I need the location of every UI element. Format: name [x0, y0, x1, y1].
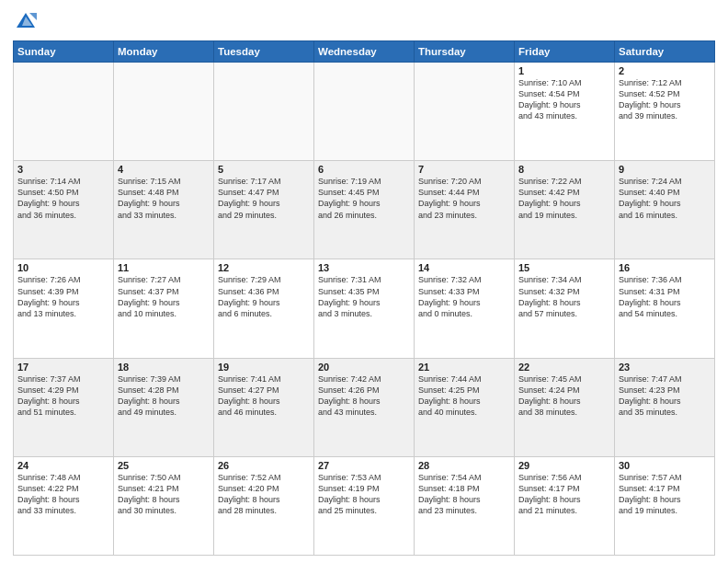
calendar-day-cell: 26Sunrise: 7:52 AM Sunset: 4:20 PM Dayli…: [214, 456, 314, 555]
day-info: Sunrise: 7:20 AM Sunset: 4:44 PM Dayligh…: [418, 176, 510, 221]
day-info: Sunrise: 7:54 AM Sunset: 4:18 PM Dayligh…: [418, 472, 510, 517]
calendar-day-cell: [114, 63, 214, 161]
calendar-day-header: Saturday: [615, 41, 715, 63]
calendar-day-header: Sunday: [14, 41, 114, 63]
day-number: 7: [418, 164, 510, 175]
day-number: 10: [17, 262, 109, 273]
calendar-day-cell: 13Sunrise: 7:31 AM Sunset: 4:35 PM Dayli…: [314, 259, 415, 358]
calendar-day-cell: 20Sunrise: 7:42 AM Sunset: 4:26 PM Dayli…: [314, 358, 415, 456]
calendar-day-cell: 15Sunrise: 7:34 AM Sunset: 4:32 PM Dayli…: [515, 259, 615, 358]
day-info: Sunrise: 7:37 AM Sunset: 4:29 PM Dayligh…: [17, 373, 109, 419]
day-info: Sunrise: 7:45 AM Sunset: 4:24 PM Dayligh…: [518, 373, 610, 419]
day-number: 22: [518, 362, 610, 373]
day-number: 25: [118, 460, 210, 471]
day-number: 13: [318, 262, 410, 273]
calendar-day-cell: 16Sunrise: 7:36 AM Sunset: 4:31 PM Dayli…: [615, 259, 715, 358]
calendar-week-row: 24Sunrise: 7:48 AM Sunset: 4:22 PM Dayli…: [14, 456, 715, 555]
day-info: Sunrise: 7:53 AM Sunset: 4:19 PM Dayligh…: [318, 472, 410, 517]
calendar-day-cell: 8Sunrise: 7:22 AM Sunset: 4:42 PM Daylig…: [515, 161, 615, 259]
day-number: 26: [218, 460, 310, 471]
day-info: Sunrise: 7:15 AM Sunset: 4:48 PM Dayligh…: [118, 176, 210, 221]
calendar-day-cell: 25Sunrise: 7:50 AM Sunset: 4:21 PM Dayli…: [114, 456, 214, 555]
day-number: 1: [518, 65, 610, 76]
day-number: 17: [17, 362, 109, 373]
day-number: 30: [619, 460, 711, 471]
calendar-day-header: Friday: [515, 41, 615, 63]
calendar-day-cell: 7Sunrise: 7:20 AM Sunset: 4:44 PM Daylig…: [415, 161, 515, 259]
day-info: Sunrise: 7:19 AM Sunset: 4:45 PM Dayligh…: [318, 176, 410, 221]
calendar-day-cell: [415, 63, 515, 161]
day-number: 19: [218, 362, 310, 373]
calendar-day-cell: 17Sunrise: 7:37 AM Sunset: 4:29 PM Dayli…: [14, 358, 114, 456]
day-info: Sunrise: 7:29 AM Sunset: 4:36 PM Dayligh…: [218, 274, 310, 319]
day-number: 14: [418, 262, 510, 273]
calendar-day-cell: 22Sunrise: 7:45 AM Sunset: 4:24 PM Dayli…: [515, 358, 615, 456]
calendar-day-cell: 10Sunrise: 7:26 AM Sunset: 4:39 PM Dayli…: [14, 259, 114, 358]
day-info: Sunrise: 7:48 AM Sunset: 4:22 PM Dayligh…: [17, 472, 109, 517]
day-number: 3: [17, 164, 109, 175]
calendar-day-cell: 14Sunrise: 7:32 AM Sunset: 4:33 PM Dayli…: [415, 259, 515, 358]
day-number: 16: [619, 262, 711, 273]
day-info: Sunrise: 7:56 AM Sunset: 4:17 PM Dayligh…: [518, 472, 610, 517]
calendar-week-row: 3Sunrise: 7:14 AM Sunset: 4:50 PM Daylig…: [14, 161, 715, 259]
day-info: Sunrise: 7:10 AM Sunset: 4:54 PM Dayligh…: [518, 77, 610, 122]
calendar-day-cell: 27Sunrise: 7:53 AM Sunset: 4:19 PM Dayli…: [314, 456, 415, 555]
calendar-day-cell: 28Sunrise: 7:54 AM Sunset: 4:18 PM Dayli…: [415, 456, 515, 555]
calendar-table: SundayMondayTuesdayWednesdayThursdayFrid…: [13, 40, 715, 556]
calendar-day-cell: 1Sunrise: 7:10 AM Sunset: 4:54 PM Daylig…: [515, 63, 615, 161]
day-number: 6: [318, 164, 410, 175]
calendar-day-cell: [214, 63, 314, 161]
calendar-day-cell: 4Sunrise: 7:15 AM Sunset: 4:48 PM Daylig…: [114, 161, 214, 259]
day-number: 15: [518, 262, 610, 273]
day-number: 5: [218, 164, 310, 175]
calendar-day-cell: 29Sunrise: 7:56 AM Sunset: 4:17 PM Dayli…: [515, 456, 615, 555]
calendar-day-cell: 6Sunrise: 7:19 AM Sunset: 4:45 PM Daylig…: [314, 161, 415, 259]
calendar-week-row: 17Sunrise: 7:37 AM Sunset: 4:29 PM Dayli…: [14, 358, 715, 456]
day-info: Sunrise: 7:52 AM Sunset: 4:20 PM Dayligh…: [218, 472, 310, 517]
calendar-day-cell: 12Sunrise: 7:29 AM Sunset: 4:36 PM Dayli…: [214, 259, 314, 358]
day-number: 4: [118, 164, 210, 175]
header: [13, 9, 715, 35]
day-info: Sunrise: 7:17 AM Sunset: 4:47 PM Dayligh…: [218, 176, 310, 221]
day-info: Sunrise: 7:39 AM Sunset: 4:28 PM Dayligh…: [118, 373, 210, 419]
day-info: Sunrise: 7:42 AM Sunset: 4:26 PM Dayligh…: [318, 373, 410, 419]
calendar-day-cell: [14, 63, 114, 161]
calendar-day-cell: 5Sunrise: 7:17 AM Sunset: 4:47 PM Daylig…: [214, 161, 314, 259]
day-number: 20: [318, 362, 410, 373]
logo: [13, 9, 42, 35]
calendar-day-cell: 21Sunrise: 7:44 AM Sunset: 4:25 PM Dayli…: [415, 358, 515, 456]
calendar-day-cell: 3Sunrise: 7:14 AM Sunset: 4:50 PM Daylig…: [14, 161, 114, 259]
day-info: Sunrise: 7:22 AM Sunset: 4:42 PM Dayligh…: [518, 176, 610, 221]
calendar-day-cell: 30Sunrise: 7:57 AM Sunset: 4:17 PM Dayli…: [615, 456, 715, 555]
day-info: Sunrise: 7:41 AM Sunset: 4:27 PM Dayligh…: [218, 373, 310, 419]
day-info: Sunrise: 7:34 AM Sunset: 4:32 PM Dayligh…: [518, 274, 610, 319]
day-number: 12: [218, 262, 310, 273]
calendar-day-header: Monday: [114, 41, 214, 63]
day-info: Sunrise: 7:24 AM Sunset: 4:40 PM Dayligh…: [619, 176, 711, 221]
calendar-day-header: Tuesday: [214, 41, 314, 63]
day-info: Sunrise: 7:14 AM Sunset: 4:50 PM Dayligh…: [17, 176, 109, 221]
day-number: 27: [318, 460, 410, 471]
day-number: 8: [518, 164, 610, 175]
calendar-day-cell: 18Sunrise: 7:39 AM Sunset: 4:28 PM Dayli…: [114, 358, 214, 456]
day-number: 23: [619, 362, 711, 373]
day-number: 11: [118, 262, 210, 273]
day-info: Sunrise: 7:36 AM Sunset: 4:31 PM Dayligh…: [619, 274, 711, 319]
calendar-week-row: 1Sunrise: 7:10 AM Sunset: 4:54 PM Daylig…: [14, 63, 715, 161]
calendar-day-header: Thursday: [415, 41, 515, 63]
day-info: Sunrise: 7:27 AM Sunset: 4:37 PM Dayligh…: [118, 274, 210, 319]
calendar-day-header: Wednesday: [314, 41, 415, 63]
day-number: 24: [17, 460, 109, 471]
calendar-day-cell: 24Sunrise: 7:48 AM Sunset: 4:22 PM Dayli…: [14, 456, 114, 555]
calendar-day-cell: 9Sunrise: 7:24 AM Sunset: 4:40 PM Daylig…: [615, 161, 715, 259]
calendar-header-row: SundayMondayTuesdayWednesdayThursdayFrid…: [14, 41, 715, 63]
day-number: 21: [418, 362, 510, 373]
day-info: Sunrise: 7:12 AM Sunset: 4:52 PM Dayligh…: [619, 77, 711, 122]
calendar-day-cell: [314, 63, 415, 161]
day-number: 18: [118, 362, 210, 373]
svg-marker-2: [29, 13, 37, 20]
day-info: Sunrise: 7:32 AM Sunset: 4:33 PM Dayligh…: [418, 274, 510, 319]
day-info: Sunrise: 7:50 AM Sunset: 4:21 PM Dayligh…: [118, 472, 210, 517]
calendar-day-cell: 2Sunrise: 7:12 AM Sunset: 4:52 PM Daylig…: [615, 63, 715, 161]
day-number: 29: [518, 460, 610, 471]
